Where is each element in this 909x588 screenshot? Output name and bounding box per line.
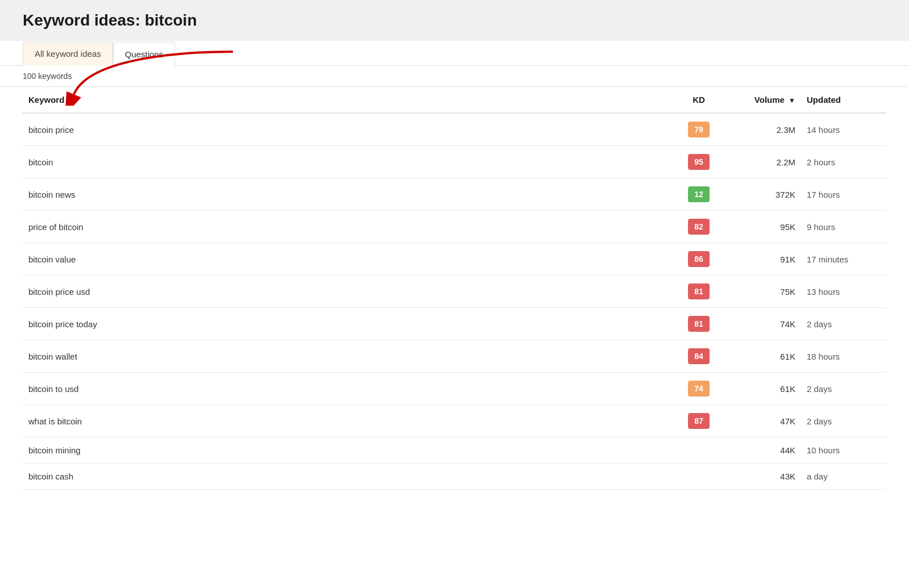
page-header: Keyword ideas: bitcoin [0,0,909,41]
cell-kd: 81 [670,276,727,308]
keywords-count-area: 100 keywords [0,66,909,87]
cell-kd: 12 [670,178,727,211]
table-row: bitcoin wallet8461K18 hours [23,340,886,373]
table-row: bitcoin price usd8175K13 hours [23,276,886,308]
table-header: Keyword KD Volume ▼ Updated [23,87,886,113]
table-body: bitcoin price792.3M14 hoursbitcoin952.2M… [23,113,886,490]
table-row: bitcoin value8691K17 minutes [23,243,886,276]
cell-updated: 17 hours [801,178,886,211]
cell-keyword: bitcoin mining [23,437,670,464]
cell-volume: 95K [727,211,801,243]
table-row: bitcoin price792.3M14 hours [23,113,886,146]
cell-keyword: bitcoin news [23,178,670,211]
table-row: bitcoin news12372K17 hours [23,178,886,211]
table-row: bitcoin mining44K10 hours [23,437,886,464]
page-container: Keyword ideas: bitcoin All keyword ideas… [0,0,909,588]
kd-badge: 12 [688,186,710,202]
cell-kd: 74 [670,373,727,405]
cell-volume: 47K [727,405,801,437]
cell-kd: 82 [670,211,727,243]
cell-updated: 18 hours [801,340,886,373]
cell-keyword: bitcoin price usd [23,276,670,308]
kd-badge: 87 [688,413,710,429]
cell-volume: 2.3M [727,113,801,146]
table-row: bitcoin to usd7461K2 days [23,373,886,405]
kd-badge: 84 [688,348,710,364]
cell-updated: 2 hours [801,146,886,178]
table-row: price of bitcoin8295K9 hours [23,211,886,243]
cell-volume: 61K [727,340,801,373]
cell-kd: 87 [670,405,727,437]
cell-volume: 372K [727,178,801,211]
cell-keyword: bitcoin cash [23,464,670,490]
table-wrapper: Keyword KD Volume ▼ Updated bitcoin p [0,87,909,490]
cell-keyword: bitcoin to usd [23,373,670,405]
keywords-count-bar: 100 keywords [0,66,909,87]
cell-keyword: bitcoin wallet [23,340,670,373]
cell-updated: 2 days [801,405,886,437]
cell-keyword: bitcoin price [23,113,670,146]
cell-volume: 2.2M [727,146,801,178]
cell-updated: 2 days [801,373,886,405]
cell-kd: 86 [670,243,727,276]
cell-volume: 44K [727,437,801,464]
cell-kd: 81 [670,308,727,340]
column-kd[interactable]: KD [670,87,727,113]
tab-questions[interactable]: Questions [113,42,176,66]
column-updated[interactable]: Updated [801,87,886,113]
tabs-container: All keyword ideas Questions [0,41,909,66]
cell-updated: 2 days [801,308,886,340]
cell-keyword: bitcoin price today [23,308,670,340]
column-keyword: Keyword [23,87,670,113]
cell-volume: 74K [727,308,801,340]
cell-updated: 10 hours [801,437,886,464]
cell-updated: 9 hours [801,211,886,243]
kd-badge: 81 [688,283,710,299]
header-row: Keyword KD Volume ▼ Updated [23,87,886,113]
table-row: bitcoin cash43Ka day [23,464,886,490]
kd-badge: 79 [688,122,710,137]
kd-badge: 82 [688,219,710,235]
cell-updated: a day [801,464,886,490]
keywords-count: 100 keywords [23,72,72,81]
cell-volume: 75K [727,276,801,308]
cell-updated: 13 hours [801,276,886,308]
cell-keyword: price of bitcoin [23,211,670,243]
tab-all-keyword-ideas[interactable]: All keyword ideas [23,41,113,66]
cell-volume: 43K [727,464,801,490]
cell-kd [670,437,727,464]
cell-kd [670,464,727,490]
kd-badge: 86 [688,251,710,267]
table-row: bitcoin price today8174K2 days [23,308,886,340]
cell-updated: 17 minutes [801,243,886,276]
kd-badge: 74 [688,381,710,397]
cell-volume: 61K [727,373,801,405]
column-volume[interactable]: Volume ▼ [727,87,801,113]
cell-volume: 91K [727,243,801,276]
cell-kd: 84 [670,340,727,373]
cell-kd: 79 [670,113,727,146]
table-row: what is bitcoin8747K2 days [23,405,886,437]
keywords-table: Keyword KD Volume ▼ Updated bitcoin p [23,87,886,490]
page-title: Keyword ideas: bitcoin [23,11,886,30]
kd-badge: 81 [688,316,710,332]
cell-keyword: bitcoin [23,146,670,178]
cell-updated: 14 hours [801,113,886,146]
cell-keyword: what is bitcoin [23,405,670,437]
cell-keyword: bitcoin value [23,243,670,276]
sort-arrow-icon: ▼ [789,97,795,105]
table-row: bitcoin952.2M2 hours [23,146,886,178]
cell-kd: 95 [670,146,727,178]
kd-badge: 95 [688,154,710,170]
